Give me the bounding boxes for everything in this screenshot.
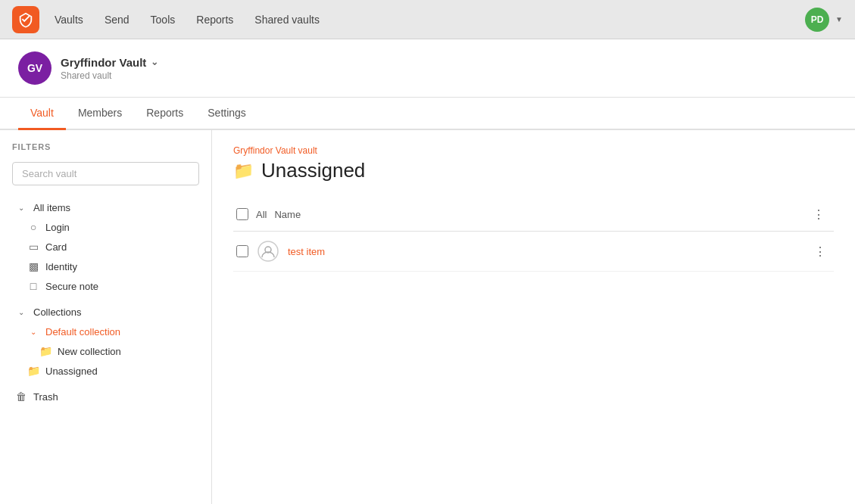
header-more-actions: ⋮ [807, 204, 831, 225]
row-item-icon [256, 239, 280, 263]
folder-icon-unassigned: 📁 [27, 365, 39, 377]
collection-title-icon: 📁 [233, 161, 254, 181]
collections-section: ⌄ Collections ⌄ Default collection 📁 New… [12, 302, 199, 381]
top-nav: Vaults Send Tools Reports Shared vaults … [0, 0, 855, 39]
logo[interactable] [12, 6, 39, 33]
sidebar-item-collections[interactable]: ⌄ Collections [12, 302, 199, 322]
nav-shared-vaults[interactable]: Shared vaults [254, 11, 320, 29]
chevron-down-icon-collections: ⌄ [15, 306, 27, 318]
main-content: FILTERS ⌄ All items ○ Login ▭ Card ▩ Ide… [0, 130, 855, 504]
header-more-button[interactable]: ⋮ [808, 204, 829, 225]
filters-label: FILTERS [12, 142, 199, 151]
unassigned-label: Unassigned [45, 366, 98, 377]
sidebar-item-trash[interactable]: 🗑 Trash [12, 387, 199, 406]
card-label: Card [45, 241, 67, 253]
sidebar: FILTERS ⌄ All items ○ Login ▭ Card ▩ Ide… [0, 130, 212, 504]
sidebar-item-login[interactable]: ○ Login [12, 217, 199, 237]
login-label: Login [45, 222, 70, 233]
tab-reports[interactable]: Reports [134, 98, 195, 130]
trash-section: 🗑 Trash [12, 387, 199, 406]
row-more-button[interactable]: ⋮ [810, 241, 831, 262]
user-dropdown-arrow[interactable]: ▼ [835, 15, 843, 23]
org-avatar: GV [18, 51, 51, 85]
globe-icon: ○ [27, 221, 39, 233]
new-collection-label: New collection [58, 346, 121, 357]
sidebar-item-default-collection[interactable]: ⌄ Default collection [12, 322, 199, 341]
secure-note-label: Secure note [45, 281, 98, 292]
sidebar-item-card[interactable]: ▭ Card [12, 237, 199, 257]
table-row: test item ⋮ [233, 232, 834, 272]
identity-label: Identity [45, 261, 77, 272]
identity-icon: ▩ [27, 260, 39, 272]
all-items-section: ⌄ All items ○ Login ▭ Card ▩ Identity □ … [12, 198, 199, 296]
org-name-row: Gryffindor Vault ⌄ [61, 56, 158, 69]
vault-label: Gryffindor Vault vault [233, 145, 834, 156]
card-icon: ▭ [27, 241, 39, 253]
nav-links: Vaults Send Tools Reports Shared vaults [55, 11, 805, 29]
chevron-down-icon-default: ⌄ [27, 325, 39, 338]
trash-icon: 🗑 [15, 390, 27, 403]
sidebar-item-unassigned[interactable]: 📁 Unassigned [12, 361, 199, 381]
sidebar-item-secure-note[interactable]: □ Secure note [12, 276, 199, 296]
select-all-checkbox[interactable] [236, 208, 248, 220]
items-table: All Name ⋮ test item ⋮ [233, 198, 834, 272]
row-checkbox[interactable] [236, 245, 248, 257]
tab-vault[interactable]: Vault [18, 98, 66, 130]
collections-label: Collections [33, 306, 82, 318]
all-label: All [256, 209, 267, 220]
org-info: Gryffindor Vault ⌄ Shared vault [61, 56, 158, 81]
nav-vaults[interactable]: Vaults [55, 11, 83, 29]
chevron-down-icon: ⌄ [15, 201, 27, 213]
vault-title: 📁 Unassigned [233, 159, 834, 182]
org-name-chevron-icon[interactable]: ⌄ [151, 57, 158, 67]
all-items-label: All items [33, 202, 70, 213]
sidebar-item-all[interactable]: ⌄ All items [12, 198, 199, 217]
content-area: Gryffindor Vault vault 📁 Unassigned All … [212, 130, 855, 504]
note-icon: □ [27, 280, 39, 292]
nav-reports[interactable]: Reports [196, 11, 233, 29]
row-item-name[interactable]: test item [288, 246, 802, 257]
top-nav-right: PD ▼ [805, 8, 843, 32]
default-collection-label: Default collection [45, 326, 120, 338]
folder-icon-new: 📁 [39, 345, 51, 357]
table-header: All Name ⋮ [233, 198, 834, 232]
sidebar-item-identity[interactable]: ▩ Identity [12, 257, 199, 276]
trash-label: Trash [33, 391, 58, 403]
sidebar-item-new-collection[interactable]: 📁 New collection [12, 341, 199, 361]
user-avatar[interactable]: PD [805, 8, 829, 32]
nav-tools[interactable]: Tools [151, 11, 176, 29]
org-subtitle: Shared vault [61, 70, 158, 81]
vault-title-text: Unassigned [261, 159, 365, 182]
svg-point-0 [258, 241, 278, 261]
search-input[interactable] [12, 162, 199, 185]
tab-members[interactable]: Members [66, 98, 134, 130]
nav-send[interactable]: Send [105, 11, 129, 29]
org-name-text: Gryffindor Vault [61, 56, 146, 69]
tabs-bar: Vault Members Reports Settings [0, 98, 855, 130]
name-column-header: Name [274, 209, 799, 220]
tab-settings[interactable]: Settings [195, 98, 258, 130]
org-header: GV Gryffindor Vault ⌄ Shared vault [0, 39, 855, 98]
search-wrap [12, 162, 199, 185]
